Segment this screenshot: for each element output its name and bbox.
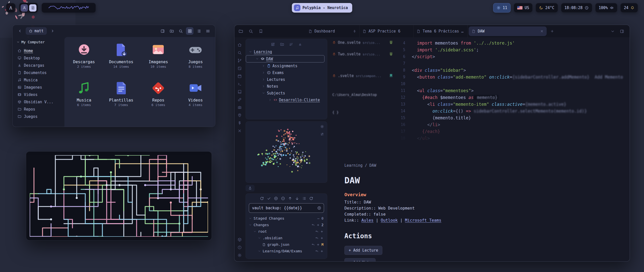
git-item-graph-json[interactable]: graph.jsonM — [246, 241, 327, 248]
discard-icon[interactable] — [315, 230, 318, 233]
action-button-add-lecture[interactable]: + Add Lecture — [344, 246, 382, 255]
files-icon[interactable] — [238, 29, 243, 33]
new-folder-button[interactable] — [280, 42, 284, 46]
file-tree-item-assignments[interactable]: Assignments — [246, 62, 325, 69]
discard-icon[interactable] — [311, 243, 315, 246]
breadcrumb[interactable]: matt — [26, 27, 47, 35]
tab-daw[interactable]: DAW — [469, 26, 547, 36]
refresh-button[interactable] — [309, 196, 313, 200]
tab-tema-6-pr-cticas[interactable]: Tema 6 Prácticas -... — [414, 25, 468, 38]
notifications-module[interactable]: 24 — [620, 3, 638, 13]
list-view-button[interactable] — [195, 27, 203, 35]
home-icon[interactable] — [237, 43, 242, 47]
random-icon[interactable] — [237, 129, 242, 133]
note-link-microsoft-teams[interactable]: Microsoft Teams — [405, 218, 441, 223]
discard-icon[interactable] — [311, 223, 315, 227]
git-item-staged-changes[interactable]: Staged Changes— 0 — [246, 215, 327, 222]
new-note-button[interactable] — [271, 42, 275, 46]
tab-list-icon[interactable] — [611, 29, 615, 33]
stage-icon[interactable] — [320, 230, 324, 233]
sidebar-item-repos[interactable]: Repos — [17, 106, 62, 113]
sidebar-item-desktop[interactable]: Desktop — [17, 54, 62, 62]
dock-app-a-button[interactable] — [21, 4, 28, 12]
push-button[interactable] — [288, 196, 292, 200]
folder-tile-juegos[interactable]: Juegos8 items — [177, 39, 214, 77]
clock-module[interactable]: 18:08:28 — [561, 3, 592, 13]
sort-button[interactable] — [289, 42, 293, 46]
graph-filters-icon[interactable] — [320, 132, 324, 136]
help-icon[interactable] — [237, 245, 242, 250]
folder-tile-imagenes[interactable]: Imagenes10 items — [140, 39, 177, 77]
sidebar-item-obsidian-v[interactable]: Obsidian V... — [17, 98, 62, 106]
dollar-icon[interactable] — [237, 121, 242, 125]
stage-icon[interactable] — [316, 243, 320, 246]
collapse-all-button[interactable] — [298, 42, 302, 46]
git-item-changes[interactable]: Changes2 — [246, 222, 327, 228]
link-icon[interactable] — [237, 97, 242, 102]
file-tree-item-desarrollo-cliente[interactable]: Desarrollo-Cliente — [246, 96, 325, 103]
graph-settings-icon[interactable] — [320, 125, 324, 128]
window-count-module[interactable]: 11 — [493, 3, 511, 13]
camera-icon[interactable] — [237, 105, 242, 110]
folder-tile-descargas[interactable]: Descargas2 items — [65, 39, 103, 77]
note-link-outlook[interactable]: Outlook — [381, 218, 398, 223]
note-link-aules[interactable]: Aules — [361, 218, 373, 223]
git-icon[interactable] — [237, 58, 242, 63]
collapsed-panel-tab[interactable] — [246, 185, 255, 191]
file-tree-item-daw[interactable]: DAW — [246, 55, 325, 62]
discard-icon[interactable] — [315, 236, 318, 240]
tab-dashboard[interactable]: Dashboard — [305, 25, 359, 38]
pull-button[interactable] — [295, 196, 299, 200]
grid-view-button[interactable] — [186, 27, 193, 35]
stage-all-button[interactable] — [274, 196, 278, 200]
discard-icon[interactable] — [315, 250, 318, 253]
book-icon[interactable] — [237, 90, 242, 94]
search-icon[interactable] — [249, 29, 253, 33]
folder-tile-repos[interactable]: Repos6 items — [140, 77, 177, 116]
stage-icon[interactable] — [320, 236, 324, 240]
sidebar-item-home[interactable]: Home — [17, 47, 62, 54]
file-tree-item-notes[interactable]: Notes — [246, 83, 325, 90]
sidebar-item-musica[interactable]: Musica — [17, 76, 62, 84]
sidebar-item-imagenes[interactable]: Imagenes — [17, 84, 62, 91]
dock-app-b-button[interactable] — [29, 4, 36, 12]
folder-tile-videos[interactable]: Videos4 items — [177, 77, 214, 116]
panel-button[interactable] — [159, 27, 166, 35]
new-tab-button[interactable] — [548, 27, 557, 36]
clear-icon[interactable] — [317, 206, 321, 210]
backup-button[interactable] — [260, 196, 264, 200]
search-button[interactable] — [177, 27, 184, 35]
toggle-right-sidebar-icon[interactable] — [620, 29, 624, 33]
commit-button[interactable] — [267, 196, 271, 200]
unstage-all-button[interactable] — [281, 196, 285, 200]
folder-tile-plantillas[interactable]: Plantillas7 items — [103, 77, 140, 116]
launcher-button[interactable]: Λ — [6, 3, 16, 13]
map-pin-icon[interactable] — [237, 113, 242, 117]
volume-module[interactable]: 100% — [595, 3, 617, 13]
sidebar-item-juegos[interactable]: Juegos — [17, 113, 62, 120]
sidebar-item-documentos[interactable]: Documentos — [17, 69, 62, 76]
graph-view[interactable] — [246, 122, 321, 183]
editor-pane[interactable]: 4 import mementoes from '../../store.js'… — [330, 38, 630, 261]
folder-tile-documentos[interactable]: Documentos14 items — [103, 39, 140, 77]
sidebar-item-descargas[interactable]: Descargas — [17, 62, 62, 69]
keyboard-layout-module[interactable]: US — [514, 3, 533, 13]
close-tab-icon[interactable] — [540, 29, 544, 33]
settings-icon[interactable] — [237, 253, 242, 257]
stage-icon[interactable] — [320, 250, 324, 253]
stage-icon[interactable] — [316, 223, 320, 227]
vault-icon[interactable] — [237, 237, 242, 242]
file-tree-item-exams[interactable]: Exams — [246, 69, 325, 76]
sidebar-section-title[interactable]: My Computer — [17, 40, 62, 44]
action-button-add-note[interactable]: + Add Note — [344, 258, 376, 261]
note-breadcrumb[interactable]: Learning / DAW — [344, 163, 620, 168]
layout-toggle-button[interactable] — [302, 196, 306, 200]
menu-button[interactable] — [204, 27, 212, 35]
folder-tile-musica[interactable]: Musica6 items — [65, 77, 103, 116]
forward-button[interactable] — [49, 27, 56, 35]
git-item-learning-daw-exams[interactable]: Learning/DAW/Exams — [246, 248, 327, 254]
file-tree-item-lectures[interactable]: Lectures — [246, 76, 325, 83]
search-icon[interactable] — [237, 51, 242, 55]
back-button[interactable] — [16, 27, 24, 35]
terminal-icon[interactable] — [237, 82, 242, 86]
